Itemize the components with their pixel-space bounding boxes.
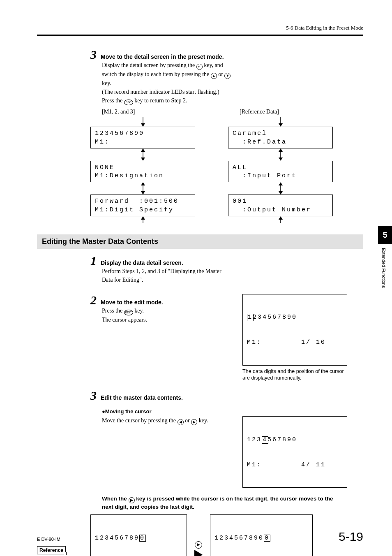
chapter-label-vertical: Extended Functions	[381, 244, 386, 288]
lcd-line: M1:Designation	[95, 172, 191, 180]
lcd-screen-cursor: 1234567890 M1: 1/ 10	[242, 294, 347, 366]
lcd-column-left: 1234567890M1: NONEM1:Designation Forward…	[90, 117, 195, 223]
lcd-screen: Forward :001:500M1:Digit Specify	[90, 195, 195, 216]
enter-key-icon: ↵	[196, 64, 203, 70]
arrow-updown-icon	[139, 182, 147, 195]
step-1: 1 Display the data detail screen.	[90, 255, 345, 267]
lcd-screen: 001 :Output Number	[228, 195, 333, 216]
arrow-updown-icon	[277, 148, 285, 161]
arrow-updown-icon	[277, 182, 285, 195]
arrow-updown-icon	[139, 148, 147, 161]
lcd-screen-cursor-4: 1234567890 M1: 4/ 11	[242, 416, 347, 488]
text: or	[184, 417, 191, 424]
arrow-up-icon	[277, 216, 285, 223]
footer-doc-code: E DV-90-IM	[37, 537, 60, 542]
step-number: 3	[90, 389, 97, 402]
lcd-diagram-row: 1234567890M1: NONEM1:Designation Forward…	[90, 117, 345, 223]
text: 234567890	[253, 314, 297, 321]
bold-behavior-note: When the ▶ key is pressed while the curs…	[102, 495, 345, 511]
left-key-icon: ◀	[178, 419, 184, 425]
step-number: 3	[90, 49, 97, 61]
svg-marker-7	[141, 191, 145, 195]
lcd-line: NONE	[95, 164, 191, 172]
text: Display the detail screen by pressing th…	[102, 62, 196, 68]
lcd-line: :Input Port	[233, 172, 328, 180]
arrow-down-icon	[139, 117, 147, 127]
text: 567890	[267, 436, 297, 443]
text: When the	[102, 496, 129, 502]
lcd-line: M1:Digit Specify	[95, 206, 191, 214]
lcd-line: 1234567890	[247, 313, 343, 322]
big-arrow-right-icon	[194, 550, 203, 556]
right-key-icon: ▶	[191, 419, 197, 425]
step-title: Move to the edit mode.	[101, 299, 163, 306]
lcd-screen: ALL :Input Port	[228, 161, 333, 183]
lcd-line: M1: 1/ 10	[247, 338, 343, 347]
page-footer: E DV-90-IM 5-19	[37, 530, 363, 544]
step-2-body: Press the EDIT key. The cursor appears.	[102, 306, 226, 324]
reference-badge: Reference	[37, 546, 66, 554]
page-section-header: 5-6 Data Editing in the Preset Mode	[37, 25, 363, 31]
lcd-screen: 1234567890M1:	[90, 127, 195, 148]
lcd-line: ALL	[233, 164, 328, 172]
lcd-line: 001	[233, 197, 328, 206]
lcd-caption: The data digits and the position of the …	[242, 368, 347, 382]
text: The cursor appears.	[102, 315, 226, 324]
footer-page-number: 5-19	[339, 530, 363, 544]
text: key.	[102, 80, 111, 86]
diagram-label-right: [Reference Data]	[240, 109, 279, 115]
text: Press the	[102, 308, 124, 314]
arrow-down-icon	[277, 117, 285, 127]
lcd-line: M1:	[95, 138, 191, 146]
section-heading: Editing the Master Data Contents	[37, 234, 363, 249]
step-3-top: 3 Move to the detail screen in the prese…	[90, 49, 345, 61]
lcd-screen: NONEM1:Designation	[90, 161, 195, 183]
step-title: Edit the master data contents.	[101, 394, 183, 401]
step-2: 2 Move to the edit mode.	[90, 294, 226, 306]
svg-marker-11	[279, 123, 283, 127]
chapter-number-tab: 5	[378, 226, 392, 244]
step-title: Display the data detail screen.	[101, 259, 183, 266]
step-number: 2	[90, 294, 97, 306]
text: 123	[247, 436, 262, 443]
lcd-screen: Caramel :Ref.Data	[228, 127, 333, 148]
svg-marker-4	[141, 158, 145, 161]
text: Move the cursor by pressing the	[102, 417, 178, 424]
svg-marker-17	[279, 191, 283, 195]
step-1-body: Perform Steps 1, 2, and 3 of "Displaying…	[102, 267, 233, 284]
text: key to return to Step 2.	[133, 97, 187, 104]
text: Press the	[102, 97, 124, 104]
diagram-label-left: [M1, 2, and 3]	[102, 109, 240, 115]
header-rule	[37, 35, 363, 36]
chapter-side-tab: 5 Extended Functions	[378, 226, 392, 288]
lcd-line: M1: 4/ 11	[247, 461, 343, 469]
lcd-line: 1234567890	[95, 130, 191, 138]
arrow-up-icon	[139, 216, 147, 223]
step-3-body: Move the cursor by pressing the ◀ or ▶ k…	[102, 416, 226, 425]
lcd-line: :Output Number	[233, 206, 328, 214]
edit-key-icon: EDIT	[124, 310, 133, 315]
step-title: Move to the detail screen in the preset …	[101, 53, 224, 60]
text: key.	[133, 308, 144, 314]
up-key-icon: ▲	[211, 73, 217, 79]
esc-key-icon: ESC	[124, 100, 133, 105]
svg-marker-14	[279, 158, 283, 161]
text: key is pressed while the cursor is on th…	[102, 496, 333, 510]
lcd-column-right: Caramel :Ref.Data ALL :Input Port 001 :O…	[228, 117, 333, 223]
lcd-line: 1234567890	[247, 436, 343, 444]
lcd-line: Caramel	[233, 130, 328, 138]
lcd-line: :Ref.Data	[233, 138, 328, 146]
svg-marker-1	[141, 123, 145, 127]
text: or	[217, 71, 225, 77]
subheading-moving-cursor: ●Moving the cursor	[102, 408, 345, 415]
step-note: (The record number indicator LEDs start …	[102, 88, 233, 96]
step-3-body: Display the detail screen by pressing th…	[102, 61, 233, 105]
right-key-icon: ▶	[129, 497, 135, 503]
step-number: 1	[90, 255, 97, 267]
step-3: 3 Edit the master data contents.	[90, 389, 345, 402]
diagram-labels: [M1, 2, and 3] [Reference Data]	[102, 109, 345, 115]
down-key-icon: ▼	[224, 73, 231, 79]
lcd-line: Forward :001:500	[95, 197, 191, 206]
text: key.	[197, 417, 208, 424]
